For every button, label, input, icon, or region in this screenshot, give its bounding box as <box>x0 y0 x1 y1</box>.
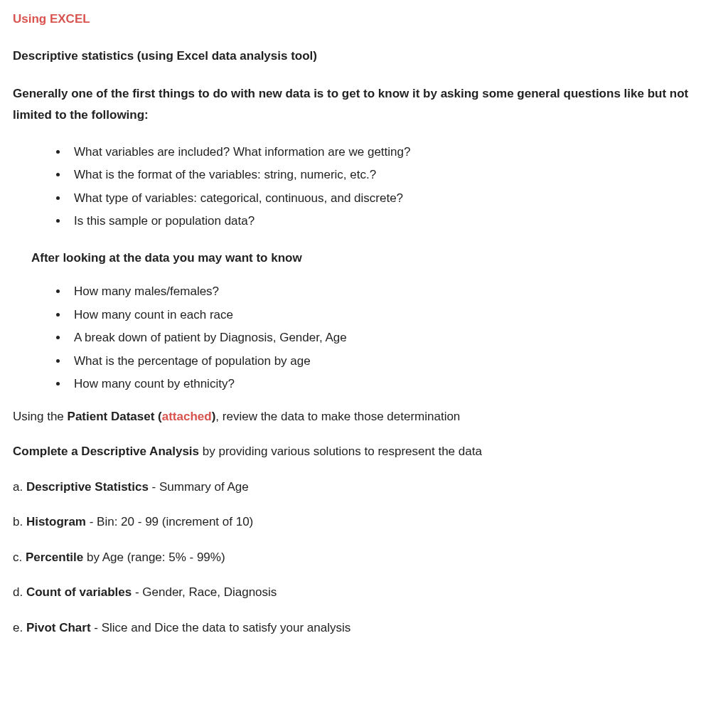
text-fragment: Using the <box>13 410 68 423</box>
attached-link-text: attached <box>162 410 212 423</box>
task-bold: Pivot Chart <box>26 621 91 634</box>
task-prefix: d. <box>13 585 26 599</box>
task-a: a. Descriptive Statistics - Summary of A… <box>13 478 715 496</box>
complete-descriptive-analysis-line: Complete a Descriptive Analysis by provi… <box>13 442 715 461</box>
text-fragment: , review the data to make those determin… <box>215 410 460 423</box>
task-rest: by Age (range: 5% - 99%) <box>83 551 225 564</box>
subtitle-descriptive-statistics: Descriptive statistics (using Excel data… <box>13 46 715 67</box>
text-fragment: by providing various solutions to respre… <box>199 445 482 458</box>
list-item: What type of variables: categorical, con… <box>68 189 715 208</box>
list-item: What variables are included? What inform… <box>68 143 715 161</box>
list-item: How many count by ethnicity? <box>68 375 715 393</box>
task-bold: Descriptive Statistics <box>26 480 149 494</box>
task-bold: Histogram <box>26 515 86 528</box>
general-questions-list: What variables are included? What inform… <box>68 143 715 230</box>
task-rest: - Gender, Race, Diagnosis <box>132 585 277 599</box>
task-bold: Percentile <box>26 551 83 564</box>
task-prefix: e. <box>13 621 26 634</box>
task-prefix: a. <box>13 480 26 494</box>
after-looking-heading: After looking at the data you may want t… <box>31 249 715 267</box>
task-e: e. Pivot Chart - Slice and Dice the data… <box>13 619 715 637</box>
heading-using-excel: Using EXCEL <box>13 10 715 28</box>
intro-paragraph: Generally one of the first things to do … <box>13 83 715 126</box>
task-rest: - Summary of Age <box>149 480 249 494</box>
task-rest: - Slice and Dice the data to satisfy you… <box>91 621 351 634</box>
analysis-questions-list: How many males/females? How many count i… <box>68 282 715 393</box>
text-bold-fragment: Patient Dataset ( <box>68 410 162 423</box>
task-d: d. Count of variables - Gender, Race, Di… <box>13 583 715 602</box>
task-prefix: b. <box>13 515 26 528</box>
task-c: c. Percentile by Age (range: 5% - 99%) <box>13 548 715 567</box>
using-patient-dataset-line: Using the Patient Dataset (attached), re… <box>13 408 715 426</box>
task-rest: - Bin: 20 - 99 (increment of 10) <box>86 515 253 528</box>
list-item: How many males/females? <box>68 282 715 301</box>
task-b: b. Histogram - Bin: 20 - 99 (increment o… <box>13 513 715 531</box>
list-item: What is the percentage of population by … <box>68 352 715 371</box>
list-item: What is the format of the variables: str… <box>68 166 715 184</box>
text-bold-fragment: Complete a Descriptive Analysis <box>13 445 199 458</box>
list-item: How many count in each race <box>68 306 715 324</box>
list-item: Is this sample or population data? <box>68 212 715 230</box>
task-prefix: c. <box>13 551 26 564</box>
task-bold: Count of variables <box>26 585 132 599</box>
list-item: A break down of patient by Diagnosis, Ge… <box>68 329 715 347</box>
